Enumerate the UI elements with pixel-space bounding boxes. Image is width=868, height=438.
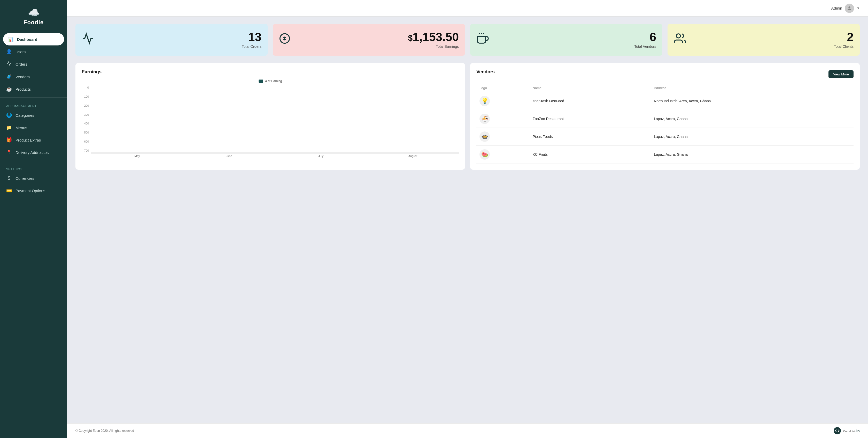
vendor-logo-cell: 🍲 (476, 128, 530, 146)
vendors-table-title: Vendors (476, 69, 495, 75)
main-content: Admin ▼ 13 Total Orders (67, 0, 868, 438)
stat-card-total-earnings: $1,153.50 Total Earnings (273, 24, 465, 56)
sidebar-item-dashboard[interactable]: 📊 Dashboard (3, 33, 64, 45)
sidebar-nav: 📊 Dashboard 👤 Users Orders 🧳 Vendors ☕ P… (0, 31, 67, 438)
header: Admin ▼ (67, 0, 868, 17)
vendor-name-cell: snapTask FastFood (530, 92, 651, 110)
sidebar-item-label: Products (16, 87, 31, 91)
stat-info-clients: 2 Total Clients (834, 31, 854, 49)
dashboard-content: 13 Total Orders $1,153.50 Total Earnings (67, 17, 868, 423)
vendor-logo-cell: 💡 (476, 92, 530, 110)
sidebar-item-label: Menus (16, 126, 27, 130)
sidebar-item-currencies[interactable]: $ Currencies (0, 172, 67, 184)
stat-value-clients: 2 (834, 31, 854, 43)
svg-point-8 (676, 34, 680, 38)
bar-label-july: July (318, 154, 324, 158)
stat-label-earnings: Total Earnings (408, 44, 459, 49)
sidebar-item-label: Users (16, 50, 26, 54)
settings-label: Settings (0, 163, 67, 172)
user-menu[interactable]: Admin ▼ (831, 4, 860, 13)
table-row: 🍉 KC Fruits Lapaz, Accra, Ghana (476, 146, 854, 163)
stat-label-vendors: Total Vendors (634, 44, 656, 49)
sidebar-item-menus[interactable]: 📁 Menus (0, 121, 67, 134)
earnings-chart-title: Earnings (82, 69, 459, 75)
vendors-card: Vendors View More Logo Name Address 💡 (470, 63, 860, 170)
stat-info-orders: 13 Total Orders (242, 31, 261, 49)
chart-bars: May June July (91, 152, 459, 158)
bottom-row: Earnings # of Earning 700 600 500 400 30… (75, 63, 860, 170)
sidebar-logo-area: ☁️ Foodie (0, 0, 67, 31)
col-header-address: Address (651, 84, 854, 92)
app-management-label: App Management (0, 100, 67, 109)
vendor-name-cell: KC Fruits (530, 146, 651, 163)
sidebar-item-categories[interactable]: 🌐 Categories (0, 109, 67, 121)
payment-options-icon: 💳 (6, 188, 12, 193)
delivery-addresses-icon: 📍 (6, 150, 12, 155)
menus-icon: 📁 (6, 125, 12, 130)
earnings-prefix: $ (408, 33, 412, 42)
sidebar-item-delivery-addresses[interactable]: 📍 Delivery Addresses (0, 146, 67, 159)
chart-legend: # of Earning (82, 79, 459, 83)
categories-icon: 🌐 (6, 112, 12, 118)
sidebar-item-vendors[interactable]: 🧳 Vendors (0, 70, 67, 83)
sidebar-item-orders[interactable]: Orders (0, 58, 67, 70)
bar-label-may: May (134, 154, 140, 158)
sidebar: ☁️ Foodie 📊 Dashboard 👤 Users Orders 🧳 V… (0, 0, 67, 438)
stat-label-orders: Total Orders (242, 44, 261, 49)
vendor-logo-cell: 🍉 (476, 146, 530, 163)
vendor-address-cell: Lapaz, Accra, Ghana (651, 128, 854, 146)
vendors-stat-icon (476, 32, 489, 47)
stat-info-vendors: 6 Total Vendors (634, 31, 656, 49)
svg-point-0 (848, 6, 850, 8)
legend-label: # of Earning (265, 79, 282, 83)
table-row: 🍲 Pious Foods Lapaz, Accra, Ghana (476, 128, 854, 146)
stat-card-total-orders: 13 Total Orders (75, 24, 268, 56)
sidebar-item-label: Categories (16, 113, 34, 118)
user-name: Admin (831, 6, 842, 10)
earnings-stat-icon (279, 33, 290, 47)
bar-label-june: June (226, 154, 232, 158)
sidebar-item-payment-options[interactable]: 💳 Payment Options (0, 184, 67, 197)
vendor-address-cell: Lapaz, Accra, Ghana (651, 146, 854, 163)
sidebar-item-label: Vendors (16, 75, 30, 79)
users-icon: 👤 (6, 49, 12, 55)
stat-cards-row: 13 Total Orders $1,153.50 Total Earnings (75, 24, 860, 56)
vendor-logo: 🍉 (479, 149, 490, 160)
chevron-down-icon: ▼ (857, 6, 860, 10)
vendor-logo-cell: 🍜 (476, 110, 530, 128)
vendor-address-cell: North Industrial Area, Accra, Ghana (651, 92, 854, 110)
footer: © Copyright Eden 2020. All rights reserv… (67, 423, 868, 438)
stat-value-orders: 13 (242, 31, 261, 43)
col-header-name: Name (530, 84, 651, 92)
app-logo-icon: ☁️ (28, 7, 39, 18)
stat-value-earnings: $1,153.50 (408, 31, 459, 43)
sidebar-item-label: Payment Options (16, 189, 45, 193)
bar-label-august: August (408, 154, 417, 158)
sidebar-item-label: Delivery Addresses (16, 150, 49, 155)
vendors-table: Logo Name Address 💡 snapTask FastFood No… (476, 84, 854, 163)
sidebar-item-product-extras[interactable]: 🎁 Product Extras (0, 134, 67, 146)
product-extras-icon: 🎁 (6, 137, 12, 143)
footer-brand-label: CodeList.in (843, 429, 860, 433)
clients-stat-icon (674, 32, 686, 47)
sidebar-item-products[interactable]: ☕ Products (0, 83, 67, 95)
stat-label-clients: Total Clients (834, 44, 854, 49)
sidebar-item-users[interactable]: 👤 Users (0, 45, 67, 58)
vendor-logo: 🍲 (479, 131, 490, 142)
vendor-logo: 🍜 (479, 114, 490, 124)
vendor-name-cell: Pious Foods (530, 128, 651, 146)
table-row: 🍜 ZooZoo Restaurant Lapaz, Accra, Ghana (476, 110, 854, 128)
currencies-icon: $ (6, 176, 12, 181)
footer-brand-icon (834, 427, 841, 434)
footer-copyright: © Copyright Eden 2020. All rights reserv… (75, 429, 134, 433)
sidebar-item-label: Currencies (16, 176, 34, 181)
orders-stat-icon (82, 32, 94, 47)
earnings-chart-card: Earnings # of Earning 700 600 500 400 30… (75, 63, 465, 170)
stat-card-total-clients: 2 Total Clients (668, 24, 860, 56)
sidebar-item-label: Dashboard (17, 37, 37, 41)
vendors-icon: 🧳 (6, 74, 12, 80)
legend-color-swatch (258, 80, 263, 83)
stat-card-total-vendors: 6 Total Vendors (470, 24, 662, 56)
stat-value-vendors: 6 (634, 31, 656, 43)
view-more-button[interactable]: View More (829, 70, 854, 78)
